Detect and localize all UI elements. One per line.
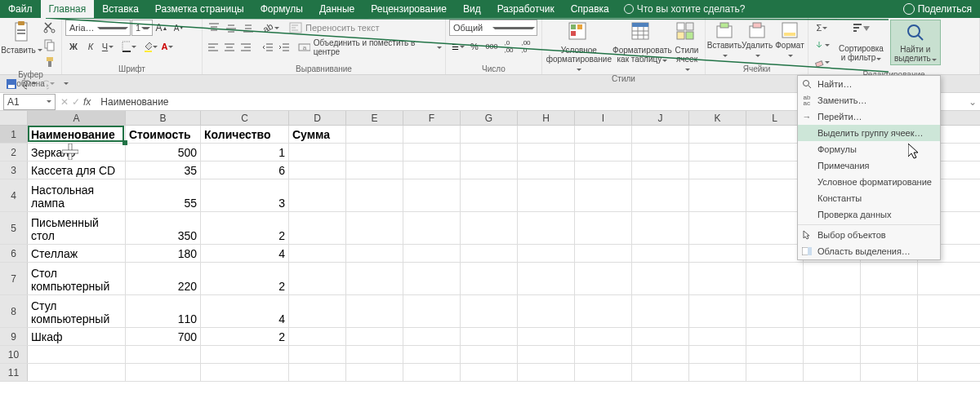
cell-D8[interactable] <box>289 295 346 327</box>
cell-F9[interactable] <box>403 328 461 345</box>
decrease-decimal-button[interactable]: ,00,0 <box>518 38 534 55</box>
cell-A7[interactable]: Стол компьютерный <box>28 263 126 294</box>
cell-K8[interactable] <box>689 295 746 327</box>
conditional-formatting-button[interactable]: Условное форматирование <box>546 20 612 74</box>
cell-I7[interactable] <box>575 263 632 294</box>
row-header-9[interactable]: 9 <box>0 328 28 345</box>
cell-C9[interactable]: 2 <box>201 328 289 345</box>
cell-G6[interactable] <box>461 245 518 262</box>
cell-G10[interactable] <box>461 346 518 363</box>
tab-view[interactable]: Вид <box>455 0 489 18</box>
cell-D9[interactable] <box>289 328 346 345</box>
cell-F3[interactable] <box>403 162 461 179</box>
cell-M7[interactable] <box>804 263 861 294</box>
cell-N11[interactable] <box>861 364 918 381</box>
row-header-4[interactable]: 4 <box>0 179 28 211</box>
cell-F4[interactable] <box>403 179 461 211</box>
cell-F7[interactable] <box>403 263 461 294</box>
cell-E1[interactable] <box>346 126 403 143</box>
autosum-button[interactable]: Σ <box>812 20 832 36</box>
cell-A9[interactable]: Шкаф <box>28 328 126 345</box>
col-header-B[interactable]: B <box>126 111 201 125</box>
cell-F1[interactable] <box>403 126 461 143</box>
cell-C7[interactable]: 2 <box>201 263 289 294</box>
comma-button[interactable]: 000 <box>483 38 500 55</box>
tab-home[interactable]: Главная <box>41 0 95 18</box>
cell-C10[interactable] <box>201 346 289 363</box>
col-header-J[interactable]: J <box>632 111 689 125</box>
row-header-7[interactable]: 7 <box>0 263 28 294</box>
cell-D1[interactable]: Сумма <box>289 126 346 143</box>
cell-A1[interactable]: Наименование <box>28 126 126 143</box>
cell-E4[interactable] <box>346 179 403 211</box>
cell-M8[interactable] <box>804 295 861 327</box>
cell-L3[interactable] <box>746 162 804 179</box>
cell-G5[interactable] <box>461 212 518 244</box>
border-button[interactable] <box>121 38 137 55</box>
cell-C6[interactable]: 4 <box>201 245 289 262</box>
cell-N7[interactable] <box>861 263 918 294</box>
row-header-2[interactable]: 2 <box>0 144 28 161</box>
cell-L6[interactable] <box>746 245 804 262</box>
cell-B9[interactable]: 700 <box>126 328 201 345</box>
cell-M10[interactable] <box>804 346 861 363</box>
percent-button[interactable]: % <box>466 38 483 55</box>
fill-color-button[interactable] <box>142 38 158 55</box>
cell-C3[interactable]: 6 <box>201 162 289 179</box>
cell-E10[interactable] <box>346 346 403 363</box>
cell-A3[interactable]: Кассета для CD <box>28 162 126 179</box>
find-select-button[interactable]: Найти и выделить <box>890 20 941 65</box>
cell-B11[interactable] <box>126 364 201 381</box>
cell-C1[interactable]: Количество <box>201 126 289 143</box>
increase-decimal-button[interactable]: ,0,00 <box>501 38 517 55</box>
number-format-combo[interactable]: Общий <box>449 20 537 36</box>
cell-E11[interactable] <box>346 364 403 381</box>
cell-C8[interactable]: 4 <box>201 295 289 327</box>
cancel-formula-button[interactable]: ✕ <box>60 96 69 108</box>
col-header-A[interactable]: A <box>28 111 126 125</box>
cell-K4[interactable] <box>689 179 746 211</box>
enter-formula-button[interactable]: ✓ <box>72 96 80 108</box>
underline-button[interactable]: Ч <box>100 38 116 55</box>
increase-indent-button[interactable] <box>276 39 292 55</box>
font-color-button[interactable]: A <box>159 38 176 55</box>
cell-F8[interactable] <box>403 295 461 327</box>
cell-H11[interactable] <box>518 364 575 381</box>
menu-item-7[interactable]: Константы <box>798 190 940 206</box>
cell-J8[interactable] <box>632 295 689 327</box>
col-header-L[interactable]: L <box>746 111 804 125</box>
menu-item-2[interactable]: →Перейти… <box>798 108 940 125</box>
format-painter-button[interactable] <box>42 54 58 70</box>
cell-J2[interactable] <box>632 144 689 161</box>
cell-B2[interactable]: 500 <box>126 144 201 161</box>
cell-K11[interactable] <box>689 364 746 381</box>
cell-B1[interactable]: Стоимость <box>126 126 201 143</box>
cell-F5[interactable] <box>403 212 461 244</box>
cell-K6[interactable] <box>689 245 746 262</box>
cell-I10[interactable] <box>575 346 632 363</box>
name-box[interactable]: A1 <box>3 94 56 110</box>
cell-B3[interactable]: 35 <box>126 162 201 179</box>
cell-B10[interactable] <box>126 346 201 363</box>
cell-I2[interactable] <box>575 144 632 161</box>
col-header-F[interactable]: F <box>403 111 461 125</box>
cell-styles-button[interactable]: Стили ячеек <box>672 20 702 74</box>
qat-customize-button[interactable] <box>57 76 74 92</box>
font-size-combo[interactable]: 10 <box>131 20 153 36</box>
cell-B4[interactable]: 55 <box>126 179 201 211</box>
cell-A11[interactable] <box>28 364 126 381</box>
format-as-table-button[interactable]: Форматировать как таблицу <box>614 20 670 65</box>
cell-L9[interactable] <box>746 328 804 345</box>
cell-I4[interactable] <box>575 179 632 211</box>
col-header-I[interactable]: I <box>575 111 632 125</box>
cell-D3[interactable] <box>289 162 346 179</box>
cell-H1[interactable] <box>518 126 575 143</box>
cell-J9[interactable] <box>632 328 689 345</box>
cell-B7[interactable]: 220 <box>126 263 201 294</box>
row-header-5[interactable]: 5 <box>0 212 28 244</box>
cell-F11[interactable] <box>403 364 461 381</box>
row-header-6[interactable]: 6 <box>0 245 28 262</box>
cell-I11[interactable] <box>575 364 632 381</box>
fill-button[interactable] <box>812 37 832 53</box>
cell-L10[interactable] <box>746 346 804 363</box>
